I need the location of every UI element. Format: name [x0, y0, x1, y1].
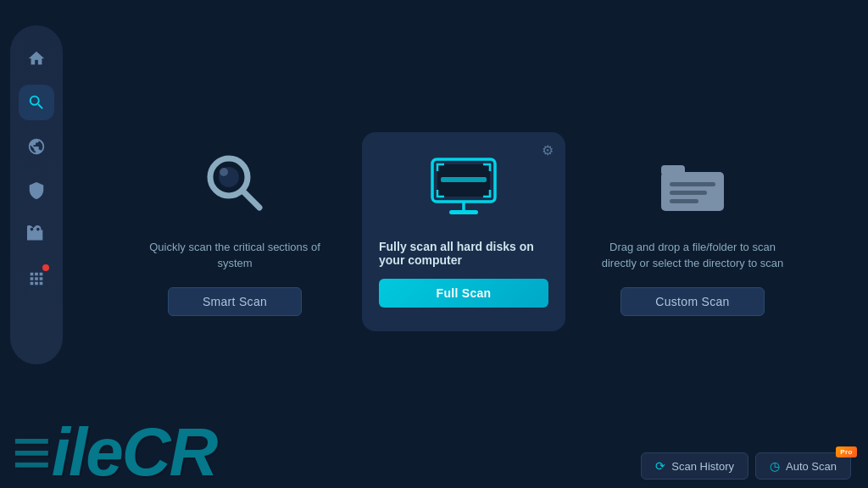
- smart-scan-card: Quickly scan the critical sections of sy…: [133, 147, 337, 316]
- sidebar-item-scan[interactable]: [19, 85, 54, 120]
- pro-badge: Pro: [836, 446, 857, 458]
- custom-scan-button[interactable]: Custom Scan: [620, 287, 764, 316]
- auto-scan-icon: ◷: [770, 459, 780, 473]
- scan-history-label: Scan History: [671, 460, 734, 473]
- auto-scan-button[interactable]: ◷ Auto Scan Pro: [755, 452, 851, 480]
- sidebar: [10, 25, 63, 364]
- tools-icon: [27, 225, 46, 244]
- scan-history-button[interactable]: ⟳ Scan History: [641, 452, 748, 480]
- custom-scan-icon-area: [654, 147, 731, 223]
- apps-icon: [27, 269, 46, 288]
- svg-rect-8: [449, 210, 478, 214]
- home-icon: [27, 49, 46, 68]
- custom-scan-desc: Drag and drop a file/folder to scan dire…: [591, 235, 794, 275]
- sidebar-item-tools[interactable]: [19, 217, 54, 252]
- watermark-symbol: ≡: [0, 419, 52, 488]
- svg-rect-6: [441, 177, 487, 182]
- history-icon: ⟳: [655, 459, 665, 473]
- full-scan-desc: Fully scan all hard disks on your comput…: [379, 240, 548, 267]
- full-scan-icon-area: [426, 152, 502, 228]
- bottom-bar: ⟳ Scan History ◷ Auto Scan Pro: [641, 452, 851, 480]
- folder-icon: [654, 147, 731, 223]
- main-content: Quickly scan the critical sections of sy…: [76, 25, 851, 437]
- custom-scan-card: Drag and drop a file/folder to scan dire…: [591, 147, 794, 316]
- sidebar-item-apps[interactable]: [19, 261, 54, 297]
- svg-line-3: [243, 191, 259, 208]
- scan-icon: [27, 93, 46, 112]
- svg-rect-12: [670, 191, 707, 195]
- full-scan-button[interactable]: Full Scan: [379, 279, 548, 308]
- svg-point-2: [220, 168, 228, 176]
- sidebar-item-shield[interactable]: [19, 173, 54, 208]
- svg-rect-10: [661, 165, 685, 175]
- monitor-icon: [426, 152, 502, 225]
- settings-icon[interactable]: ⚙: [542, 142, 554, 158]
- smart-scan-icon-area: [197, 147, 273, 223]
- sidebar-item-home[interactable]: [19, 41, 54, 76]
- full-scan-card: ⚙: [362, 132, 565, 331]
- smart-scan-desc: Quickly scan the critical sections of sy…: [133, 235, 337, 275]
- apps-badge: [42, 264, 49, 271]
- auto-scan-label: Auto Scan: [786, 460, 837, 473]
- web-icon: [27, 137, 46, 156]
- smart-scan-button[interactable]: Smart Scan: [168, 287, 302, 316]
- magnifier-icon: [197, 147, 273, 223]
- svg-rect-11: [670, 182, 715, 186]
- shield-icon: [27, 181, 46, 200]
- svg-rect-13: [670, 199, 698, 203]
- sidebar-item-web[interactable]: [19, 129, 54, 164]
